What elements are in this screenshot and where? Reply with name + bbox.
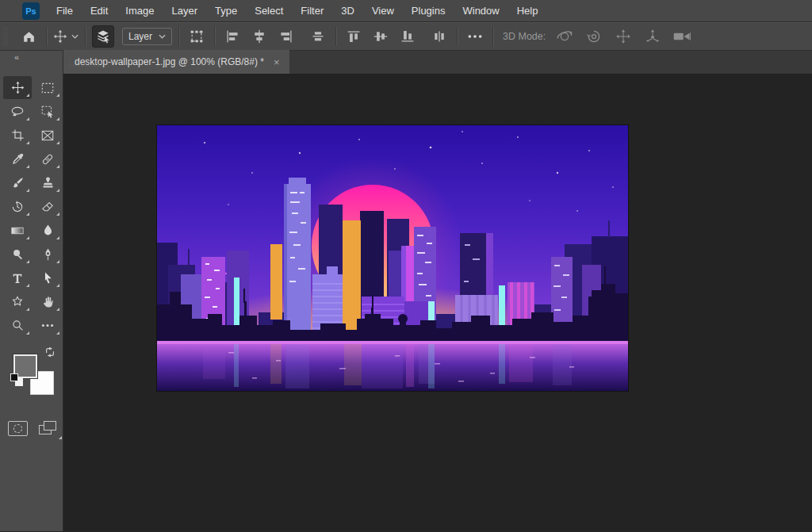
swap-colors-icon[interactable] [44,346,56,361]
distribute-horizontal-centers-button[interactable] [428,25,450,48]
tool-list [0,75,63,337]
orbit-3d-icon [556,29,573,44]
align-bottom-edges-icon [400,29,416,44]
separator [457,27,458,46]
tool-preset-move-button[interactable] [53,25,79,48]
canvas-image[interactable] [157,125,628,391]
menu-filter[interactable]: Filter [292,0,332,21]
home-icon [21,29,36,44]
align-top-edges-button[interactable] [343,25,365,48]
more-options-icon [467,34,483,39]
align-bottom-edges-button[interactable] [396,25,419,48]
align-top-edges-icon [346,29,362,44]
gradient-tool[interactable] [3,219,32,242]
crop-tool[interactable] [3,124,32,147]
options-bar-grip[interactable] [3,28,8,45]
screen-mode-button[interactable] [39,421,58,436]
align-vertical-centers-icon [373,29,389,44]
screen-mode-icon [44,421,56,431]
orbit-3d-button[interactable] [553,25,576,48]
eyedropper-tool[interactable] [3,147,32,170]
menu-3d[interactable]: 3D [332,0,363,21]
transform-controls-icon [189,29,205,44]
tools-panel: « [0,51,63,531]
dodge-tool[interactable] [3,243,32,266]
document-tab-bar: desktop-wallpaper-1.jpg @ 100% (RGB/8#) … [63,51,812,75]
auto-select-toggle[interactable] [92,25,114,48]
distribute-vertical-centers-button[interactable] [307,25,329,48]
pan-3d-button[interactable] [612,25,634,48]
menu-layer[interactable]: Layer [163,0,207,21]
default-colors-icon[interactable] [10,373,23,386]
transform-controls-toggle[interactable] [186,25,208,48]
move-tool[interactable] [3,76,32,99]
hand-tool[interactable] [33,290,62,313]
document-tab[interactable]: desktop-wallpaper-1.jpg @ 100% (RGB/8#) … [63,50,289,74]
slide-3d-icon [645,29,661,44]
healing-brush-tool[interactable] [33,147,62,170]
3d-mode-buttons [553,25,693,48]
chevron-down-icon [71,34,79,40]
menu-view[interactable]: View [363,0,403,21]
menu-edit[interactable]: Edit [82,0,117,21]
separator [214,27,215,46]
menu-items: File Edit Image Layer Type Select Filter… [48,0,546,21]
camera-3d-button[interactable] [671,25,693,48]
roll-3d-button[interactable] [583,25,605,48]
align-right-edges-button[interactable] [275,25,297,48]
blur-tool[interactable] [33,219,62,242]
close-tab-icon[interactable]: × [274,57,280,67]
align-horizontal-centers-icon [251,29,267,44]
align-vertical-centers-button[interactable] [370,25,392,48]
object-selection-tool[interactable] [33,100,62,123]
more-options-button[interactable] [464,25,486,48]
frame-tool[interactable] [33,124,62,147]
lasso-tool[interactable] [3,100,32,123]
align-horizontal-centers-button[interactable] [248,25,270,48]
tab-bar-grip [70,63,111,67]
menu-plugins[interactable]: Plugins [403,0,454,21]
color-swatches [0,345,63,415]
quick-mask-icon [13,424,22,433]
history-brush-tool[interactable] [3,195,32,218]
quick-mask-button[interactable] [8,421,28,436]
wallpaper-artwork [157,125,628,391]
menu-image[interactable]: Image [117,0,163,21]
roll-3d-icon [586,29,602,44]
tools-panel-header: « [0,51,63,75]
auto-select-target-dropdown[interactable]: Layer [122,28,172,45]
custom-shape-tool[interactable] [3,290,32,313]
menu-help[interactable]: Help [508,0,547,21]
edit-toolbar[interactable] [33,314,62,337]
rectangular-marquee-tool[interactable] [33,76,62,99]
separator [85,27,86,46]
slide-3d-button[interactable] [642,25,664,48]
default-fg-chip [10,373,18,381]
collapse-panel-button[interactable]: « [14,52,20,62]
separator [492,27,493,46]
move-icon [53,29,67,44]
chevron-down-icon [159,34,166,40]
type-tool[interactable] [3,266,32,289]
separator [178,27,179,46]
clone-stamp-tool[interactable] [33,171,62,194]
pasteboard [63,75,812,531]
pan-3d-icon [615,29,631,44]
align-left-edges-icon [224,29,240,44]
menu-type[interactable]: Type [206,0,246,21]
menu-window[interactable]: Window [454,0,508,21]
menu-select[interactable]: Select [246,0,292,21]
auto-select-layers-icon [95,29,111,44]
separator [46,27,47,46]
brush-tool[interactable] [3,171,32,194]
distribute-horizontal-centers-icon [431,29,447,44]
photoshop-logo: Ps [22,2,40,20]
menu-file[interactable]: File [48,0,82,21]
align-left-edges-button[interactable] [221,25,243,48]
home-button[interactable] [17,25,40,48]
workspace: « [0,51,812,531]
zoom-tool[interactable] [3,314,32,337]
pen-tool[interactable] [33,243,62,266]
eraser-tool[interactable] [33,195,62,218]
path-selection-tool[interactable] [33,266,62,289]
